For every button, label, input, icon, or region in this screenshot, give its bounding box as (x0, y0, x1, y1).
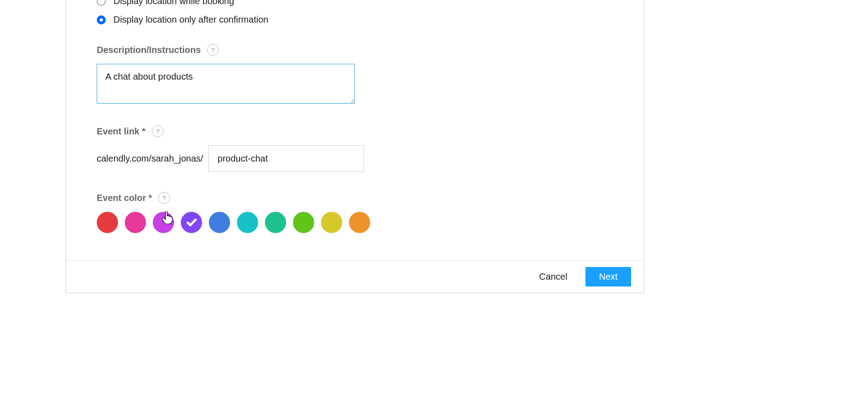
description-wrapper (97, 64, 613, 105)
color-swatch-red[interactable] (97, 212, 118, 233)
next-button[interactable]: Next (585, 267, 631, 286)
radio-display-while-booking[interactable]: Display location while booking (97, 0, 613, 6)
color-swatch-lime[interactable] (293, 212, 314, 233)
color-swatch-purple[interactable] (181, 212, 202, 233)
help-icon[interactable]: ? (152, 125, 164, 137)
event-link-label: Event link * (97, 126, 146, 137)
cancel-button[interactable]: Cancel (533, 267, 574, 286)
radio-icon-selected (97, 15, 106, 24)
event-link-input[interactable] (208, 145, 364, 172)
radio-label: Display location while booking (113, 0, 234, 6)
check-icon (186, 217, 198, 229)
color-swatch-blue[interactable] (209, 212, 230, 233)
description-label: Description/Instructions (97, 45, 201, 55)
radio-icon (97, 0, 106, 6)
event-color-label-row: Event color * ? (97, 192, 613, 204)
color-swatch-row (97, 212, 613, 233)
description-label-row: Description/Instructions ? (97, 44, 613, 56)
event-link-row: calendly.com/sarah_jonas/ (97, 145, 613, 172)
panel-content: Display location while booking Display l… (66, 0, 644, 260)
event-settings-panel: Display location while booking Display l… (66, 0, 644, 293)
color-swatch-magenta[interactable] (153, 212, 174, 233)
description-textarea[interactable] (97, 64, 355, 104)
color-swatch-orange[interactable] (349, 212, 370, 233)
panel-footer: Cancel Next (66, 260, 644, 293)
color-swatch-pink[interactable] (125, 212, 146, 233)
help-icon[interactable]: ? (207, 44, 219, 56)
event-link-label-row: Event link * ? (97, 125, 613, 137)
color-swatch-teal[interactable] (237, 212, 258, 233)
location-display-radio-group: Display location while booking Display l… (97, 0, 613, 25)
color-swatch-yellow[interactable] (321, 212, 342, 233)
radio-label: Display location only after confirmation (113, 14, 268, 25)
radio-display-after-confirmation[interactable]: Display location only after confirmation (97, 14, 613, 25)
help-icon[interactable]: ? (158, 192, 170, 204)
color-swatch-green[interactable] (265, 212, 286, 233)
event-color-label: Event color * (97, 193, 152, 203)
event-link-prefix: calendly.com/sarah_jonas/ (97, 153, 203, 164)
